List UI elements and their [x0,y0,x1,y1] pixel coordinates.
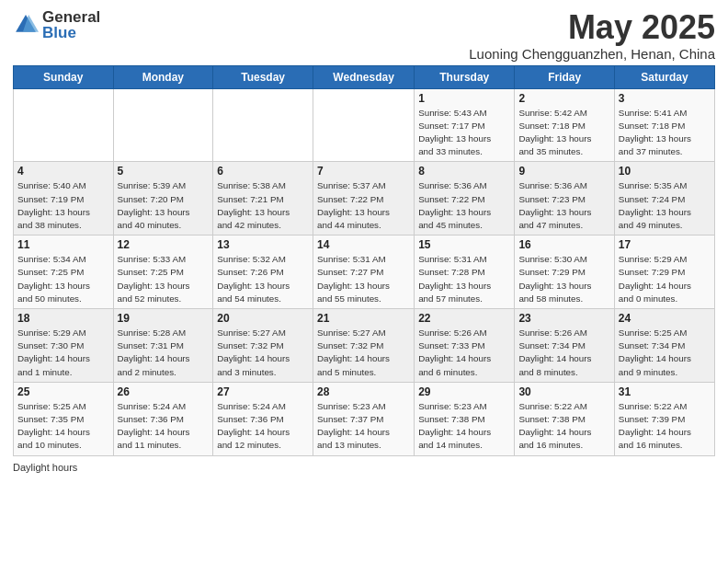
day-number: 20 [217,312,309,325]
day-number: 15 [418,238,510,251]
day-info: Sunrise: 5:27 AMSunset: 7:32 PMDaylight:… [317,327,410,379]
day-info: Sunrise: 5:34 AMSunset: 7:25 PMDaylight:… [17,253,109,305]
day-cell: 7Sunrise: 5:37 AMSunset: 7:22 PMDaylight… [313,162,415,236]
day-cell: 18Sunrise: 5:29 AMSunset: 7:30 PMDayligh… [14,309,114,383]
day-info: Sunrise: 5:38 AMSunset: 7:21 PMDaylight:… [217,179,309,232]
day-info: Sunrise: 5:42 AMSunset: 7:18 PMDaylight:… [518,107,609,159]
day-number: 28 [317,385,410,398]
day-cell: 15Sunrise: 5:31 AMSunset: 7:28 PMDayligh… [415,236,515,309]
header: General Blue May 2025 Luoning Chengguanz… [13,9,715,62]
day-number: 7 [317,165,410,178]
day-number: 9 [518,165,609,178]
day-info: Sunrise: 5:32 AMSunset: 7:26 PMDaylight:… [217,253,309,305]
week-row-4: 18Sunrise: 5:29 AMSunset: 7:30 PMDayligh… [14,309,715,383]
day-cell: 21Sunrise: 5:27 AMSunset: 7:32 PMDayligh… [313,309,415,383]
day-info: Sunrise: 5:25 AMSunset: 7:34 PMDaylight:… [619,327,711,379]
day-info: Sunrise: 5:43 AMSunset: 7:17 PMDaylight:… [418,107,510,159]
location-subtitle: Luoning Chengguanzhen, Henan, China [469,46,715,62]
weekday-header-wednesday: Wednesday [313,65,415,88]
day-cell: 17Sunrise: 5:29 AMSunset: 7:29 PMDayligh… [614,236,714,309]
day-info: Sunrise: 5:25 AMSunset: 7:35 PMDaylight:… [17,400,109,453]
day-info: Sunrise: 5:29 AMSunset: 7:29 PMDaylight:… [619,253,711,305]
day-info: Sunrise: 5:24 AMSunset: 7:36 PMDaylight:… [118,400,210,453]
week-row-2: 4Sunrise: 5:40 AMSunset: 7:19 PMDaylight… [14,162,715,236]
logo: General Blue [13,9,100,40]
day-cell: 19Sunrise: 5:28 AMSunset: 7:31 PMDayligh… [113,309,213,383]
day-info: Sunrise: 5:29 AMSunset: 7:30 PMDaylight:… [17,327,109,379]
day-cell: 2Sunrise: 5:42 AMSunset: 7:18 PMDaylight… [515,88,614,162]
day-number: 25 [17,385,109,398]
week-row-5: 25Sunrise: 5:25 AMSunset: 7:35 PMDayligh… [14,382,715,455]
day-number: 3 [619,92,711,105]
day-info: Sunrise: 5:22 AMSunset: 7:38 PMDaylight:… [518,400,609,453]
logo-text: General Blue [42,9,100,40]
day-cell: 8Sunrise: 5:36 AMSunset: 7:22 PMDaylight… [415,162,515,236]
day-info: Sunrise: 5:28 AMSunset: 7:31 PMDaylight:… [118,327,210,379]
day-number: 5 [118,165,210,178]
day-info: Sunrise: 5:26 AMSunset: 7:33 PMDaylight:… [418,327,510,379]
day-cell: 12Sunrise: 5:33 AMSunset: 7:25 PMDayligh… [113,236,213,309]
day-info: Sunrise: 5:39 AMSunset: 7:20 PMDaylight:… [118,179,210,232]
day-number: 16 [518,238,609,251]
day-cell [313,88,415,162]
day-info: Sunrise: 5:40 AMSunset: 7:19 PMDaylight:… [17,179,109,232]
day-cell: 28Sunrise: 5:23 AMSunset: 7:37 PMDayligh… [313,382,415,455]
week-row-1: 1Sunrise: 5:43 AMSunset: 7:17 PMDaylight… [14,88,715,162]
day-info: Sunrise: 5:33 AMSunset: 7:25 PMDaylight:… [118,253,210,305]
title-block: May 2025 Luoning Chengguanzhen, Henan, C… [469,9,715,62]
day-info: Sunrise: 5:23 AMSunset: 7:38 PMDaylight:… [418,400,510,453]
day-number: 2 [518,92,609,105]
weekday-header-friday: Friday [515,65,614,88]
weekday-header-row: SundayMondayTuesdayWednesdayThursdayFrid… [14,65,715,88]
day-cell: 16Sunrise: 5:30 AMSunset: 7:29 PMDayligh… [515,236,614,309]
day-number: 8 [418,165,510,178]
day-cell: 24Sunrise: 5:25 AMSunset: 7:34 PMDayligh… [614,309,714,383]
day-info: Sunrise: 5:36 AMSunset: 7:23 PMDaylight:… [518,179,609,232]
day-number: 18 [17,312,109,325]
day-info: Sunrise: 5:41 AMSunset: 7:18 PMDaylight:… [619,107,711,159]
day-info: Sunrise: 5:22 AMSunset: 7:39 PMDaylight:… [619,400,711,453]
day-cell: 20Sunrise: 5:27 AMSunset: 7:32 PMDayligh… [213,309,313,383]
day-number: 14 [317,238,410,251]
day-number: 23 [518,312,609,325]
day-cell: 30Sunrise: 5:22 AMSunset: 7:38 PMDayligh… [515,382,614,455]
day-number: 30 [518,385,609,398]
day-number: 4 [17,165,109,178]
day-cell: 1Sunrise: 5:43 AMSunset: 7:17 PMDaylight… [415,88,515,162]
day-cell: 22Sunrise: 5:26 AMSunset: 7:33 PMDayligh… [415,309,515,383]
day-number: 31 [619,385,711,398]
day-number: 27 [217,385,309,398]
day-info: Sunrise: 5:26 AMSunset: 7:34 PMDaylight:… [518,327,609,379]
day-number: 13 [217,238,309,251]
day-cell [113,88,213,162]
day-cell: 9Sunrise: 5:36 AMSunset: 7:23 PMDaylight… [515,162,614,236]
day-number: 19 [118,312,210,325]
day-info: Sunrise: 5:35 AMSunset: 7:24 PMDaylight:… [619,179,711,232]
day-info: Sunrise: 5:27 AMSunset: 7:32 PMDaylight:… [217,327,309,379]
day-cell: 6Sunrise: 5:38 AMSunset: 7:21 PMDaylight… [213,162,313,236]
calendar: SundayMondayTuesdayWednesdayThursdayFrid… [13,65,715,456]
day-info: Sunrise: 5:24 AMSunset: 7:36 PMDaylight:… [217,400,309,453]
day-info: Sunrise: 5:31 AMSunset: 7:28 PMDaylight:… [418,253,510,305]
day-number: 1 [418,92,510,105]
day-number: 17 [619,238,711,251]
day-number: 11 [17,238,109,251]
day-number: 10 [619,165,711,178]
weekday-header-sunday: Sunday [14,65,114,88]
day-cell: 27Sunrise: 5:24 AMSunset: 7:36 PMDayligh… [213,382,313,455]
day-info: Sunrise: 5:30 AMSunset: 7:29 PMDaylight:… [518,253,609,305]
day-cell: 31Sunrise: 5:22 AMSunset: 7:39 PMDayligh… [614,382,714,455]
logo-general: General [42,9,100,25]
day-info: Sunrise: 5:23 AMSunset: 7:37 PMDaylight:… [317,400,410,453]
day-cell: 4Sunrise: 5:40 AMSunset: 7:19 PMDaylight… [14,162,114,236]
day-info: Sunrise: 5:31 AMSunset: 7:27 PMDaylight:… [317,253,410,305]
day-cell: 10Sunrise: 5:35 AMSunset: 7:24 PMDayligh… [614,162,714,236]
day-cell: 14Sunrise: 5:31 AMSunset: 7:27 PMDayligh… [313,236,415,309]
day-cell: 26Sunrise: 5:24 AMSunset: 7:36 PMDayligh… [113,382,213,455]
day-cell [14,88,114,162]
week-row-3: 11Sunrise: 5:34 AMSunset: 7:25 PMDayligh… [14,236,715,309]
day-number: 24 [619,312,711,325]
day-info: Sunrise: 5:36 AMSunset: 7:22 PMDaylight:… [418,179,510,232]
day-number: 21 [317,312,410,325]
day-cell: 29Sunrise: 5:23 AMSunset: 7:38 PMDayligh… [415,382,515,455]
